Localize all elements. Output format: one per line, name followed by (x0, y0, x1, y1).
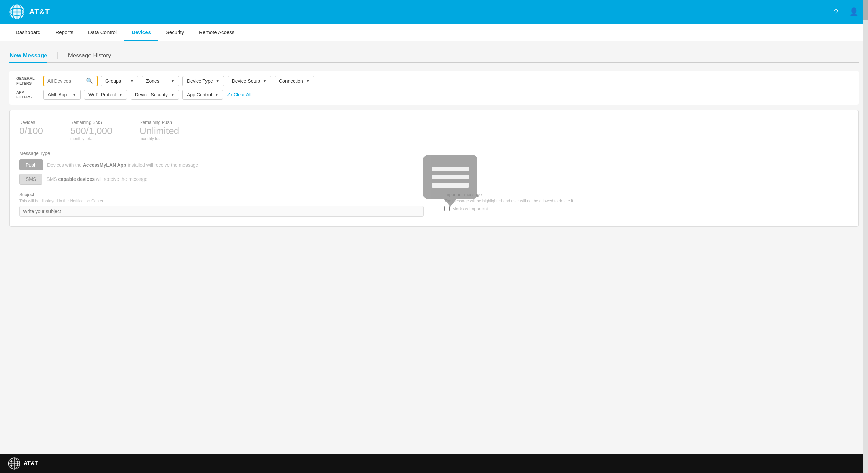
device-setup-label: Device Setup (232, 78, 260, 84)
important-label: Important message (444, 192, 849, 197)
tabs-row: New Message | Message History (9, 50, 859, 63)
user-button[interactable]: 👤 (848, 6, 860, 18)
filters-section: GENERALFILTERS 🔍 Groups ▼ Zones ▼ Device… (9, 71, 859, 105)
stat-sms-value: 500/1,000 (70, 126, 113, 136)
connection-label: Connection (279, 78, 303, 84)
connection-arrow-icon: ▼ (306, 79, 310, 83)
device-type-dropdown[interactable]: Device Type ▼ (182, 76, 224, 86)
zones-dropdown[interactable]: Zones ▼ (142, 76, 179, 86)
stat-push-label: Remaining Push (140, 120, 179, 125)
important-checkbox-row: Mark as Important (444, 206, 849, 211)
sms-description: SMS capable devices will receive the mes… (46, 176, 147, 182)
sms-desc-pre: SMS (46, 176, 58, 182)
nav-devices[interactable]: Devices (124, 24, 158, 41)
aml-app-dropdown[interactable]: AML App ▼ (43, 90, 81, 100)
clear-all-label: Clear All (234, 92, 251, 97)
important-column: Important message The message will be hi… (444, 192, 849, 217)
important-checkbox-label: Mark as Important (452, 206, 488, 211)
aml-app-arrow-icon: ▼ (72, 92, 76, 97)
footer-brand-name: AT&T (24, 460, 38, 467)
stat-push-sub: monthly total (140, 136, 179, 141)
nav-data-control[interactable]: Data Control (81, 24, 124, 41)
wifi-protect-dropdown[interactable]: Wi-Fi Protect ▼ (84, 90, 127, 100)
header: AT&T ? 👤 (0, 0, 868, 24)
search-input[interactable] (47, 78, 85, 84)
footer-brand: AT&T (8, 457, 38, 470)
device-type-arrow-icon: ▼ (216, 79, 220, 83)
help-button[interactable]: ? (830, 6, 842, 18)
nav-security[interactable]: Security (158, 24, 192, 41)
nav-reports[interactable]: Reports (48, 24, 81, 41)
app-control-label: App Control (187, 92, 212, 97)
wifi-protect-label: Wi-Fi Protect (88, 92, 116, 97)
groups-dropdown[interactable]: Groups ▼ (101, 76, 138, 86)
aml-app-label: AML App (48, 92, 67, 97)
device-type-label: Device Type (187, 78, 213, 84)
stat-sms-label: Remaining SMS (70, 120, 113, 125)
att-globe-icon (8, 3, 26, 21)
push-button[interactable]: Push (19, 159, 43, 170)
message-type-label: Message Type (19, 151, 849, 156)
device-security-dropdown[interactable]: Device Security ▼ (131, 90, 179, 100)
scrollbar-thumb[interactable] (863, 0, 868, 20)
important-checkbox[interactable] (444, 206, 450, 211)
stat-remaining-sms: Remaining SMS 500/1,000 monthly total (70, 120, 113, 141)
device-security-arrow-icon: ▼ (171, 92, 175, 97)
push-description: Devices with the AccessMyLAN App install… (47, 162, 198, 168)
general-filters-row: GENERALFILTERS 🔍 Groups ▼ Zones ▼ Device… (16, 76, 852, 86)
logo-area: AT&T (8, 3, 50, 21)
stat-push-value: Unlimited (140, 126, 179, 136)
stat-sms-sub: monthly total (70, 136, 113, 141)
groups-arrow-icon: ▼ (130, 79, 134, 83)
clear-all-checkmark-icon: ✓/ (226, 92, 232, 98)
main-content: New Message | Message History GENERALFIL… (0, 41, 868, 454)
stats-row: Devices 0/100 Remaining SMS 500/1,000 mo… (19, 120, 849, 141)
zones-label: Zones (146, 78, 159, 84)
sms-desc-bold: capable devices (58, 176, 95, 182)
content-box: Devices 0/100 Remaining SMS 500/1,000 mo… (9, 110, 859, 227)
push-row: Push Devices with the AccessMyLAN App in… (19, 159, 849, 170)
nav-remote-access[interactable]: Remote Access (192, 24, 242, 41)
message-type-section: Message Type Push Devices with the Acces… (19, 151, 849, 185)
footer: AT&T (0, 454, 868, 473)
tab-message-history[interactable]: Message History (68, 50, 111, 63)
subject-column: Subject This will be displayed in the No… (19, 192, 424, 217)
sms-row: SMS SMS capable devices will receive the… (19, 174, 849, 185)
tab-divider: | (57, 51, 59, 60)
app-filters-label: APPFILTERS (16, 90, 40, 100)
connection-dropdown[interactable]: Connection ▼ (275, 76, 314, 86)
subject-label: Subject (19, 192, 424, 197)
sms-desc-post: will receive the message (95, 176, 147, 182)
header-icons: ? 👤 (830, 6, 860, 18)
important-sublabel: The message will be highlighted and user… (444, 198, 849, 203)
search-icon: 🔍 (86, 78, 93, 84)
subject-sublabel: This will be displayed in the Notificati… (19, 198, 424, 203)
scrollbar-track[interactable] (863, 0, 868, 473)
app-filters-row: APPFILTERS AML App ▼ Wi-Fi Protect ▼ Dev… (16, 90, 852, 100)
footer-att-globe-icon (8, 457, 20, 470)
wifi-protect-arrow-icon: ▼ (119, 92, 123, 97)
push-desc-post: installed will receive the message (126, 162, 198, 168)
device-security-label: Device Security (135, 92, 168, 97)
stat-devices-label: Devices (19, 120, 43, 125)
tab-new-message[interactable]: New Message (9, 50, 47, 63)
zones-arrow-icon: ▼ (171, 79, 175, 83)
general-filters-label: GENERALFILTERS (16, 76, 40, 86)
brand-name: AT&T (29, 7, 50, 16)
push-desc-app: AccessMyLAN App (83, 162, 126, 168)
app-control-arrow-icon: ▼ (215, 92, 219, 97)
device-setup-dropdown[interactable]: Device Setup ▼ (228, 76, 271, 86)
sms-button[interactable]: SMS (19, 174, 42, 185)
app-control-dropdown[interactable]: App Control ▼ (182, 90, 223, 100)
subject-row: Subject This will be displayed in the No… (19, 192, 849, 217)
device-setup-arrow-icon: ▼ (263, 79, 267, 83)
nav-dashboard[interactable]: Dashboard (8, 24, 48, 41)
push-desc-pre: Devices with the (47, 162, 83, 168)
clear-all-button[interactable]: ✓/ Clear All (226, 92, 251, 98)
groups-label: Groups (105, 78, 121, 84)
stat-remaining-push: Remaining Push Unlimited monthly total (140, 120, 179, 141)
navbar: Dashboard Reports Data Control Devices S… (0, 24, 868, 41)
subject-input[interactable] (19, 206, 424, 217)
all-devices-search[interactable]: 🔍 (43, 76, 98, 86)
stat-devices: Devices 0/100 (19, 120, 43, 141)
